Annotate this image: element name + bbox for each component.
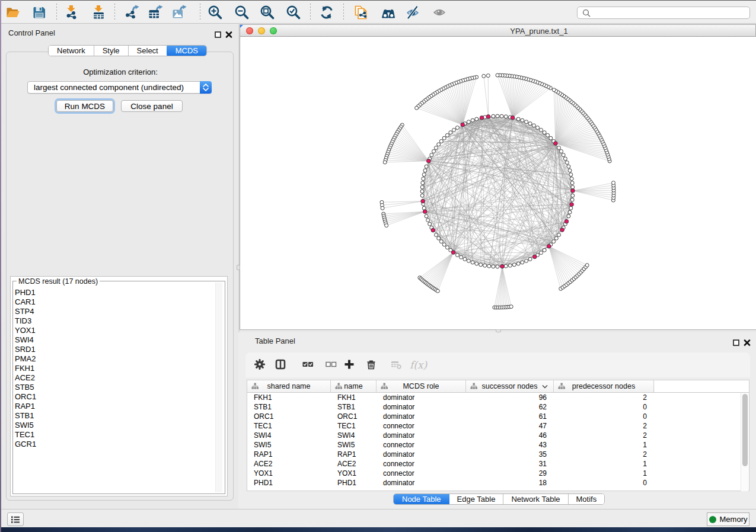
mcds-result-item[interactable]: STP4 (15, 307, 36, 316)
zoom-fit-icon[interactable] (260, 5, 275, 20)
mcds-result-item[interactable]: ACE2 (15, 373, 36, 383)
float-panel-icon[interactable] (733, 338, 739, 348)
export-network-icon[interactable] (124, 5, 139, 20)
table-row-YOX1[interactable]: YOX1YOX1connector291 (247, 469, 749, 478)
table-cell: 47 (511, 421, 547, 431)
column-header-label: successor nodes (466, 382, 553, 390)
tab-network[interactable]: Network (49, 46, 94, 56)
search-box[interactable] (577, 7, 750, 19)
node-table-header[interactable]: shared name name MCDS role successor nod… (247, 380, 749, 393)
mcds-result-item[interactable]: FKH1 (15, 364, 36, 373)
save-session-icon[interactable] (31, 5, 47, 20)
toolbar-separator (114, 4, 115, 21)
import-table-icon[interactable] (91, 5, 106, 20)
tab-network-table[interactable]: Network Table (503, 494, 568, 504)
tab-node-table[interactable]: Node Table (393, 493, 450, 505)
mcds-result-item[interactable]: GCR1 (15, 440, 36, 449)
trash-icon[interactable] (366, 359, 377, 372)
mcds-result-item[interactable]: STB5 (15, 383, 36, 392)
column-header-successor-nodes[interactable]: successor nodes (466, 380, 554, 392)
mcds-result-list[interactable]: PHD1CAR1STP4TID3YOX1SWI4SRD1PMA2FKH1ACE2… (15, 288, 36, 449)
table-cell: 0 (611, 478, 647, 488)
network-window-titlebar[interactable]: YPA_prune.txt_1 (240, 24, 756, 37)
table-row-SWI5[interactable]: SWI5SWI5connector431 (247, 440, 749, 450)
mcds-result-scrollbar[interactable] (215, 283, 222, 492)
network-canvas[interactable] (240, 37, 756, 330)
search-input[interactable] (593, 8, 744, 18)
hide-selected-icon[interactable] (406, 5, 422, 20)
open-file-icon[interactable] (5, 5, 21, 20)
import-network-icon[interactable] (64, 5, 79, 20)
tab-edge-table[interactable]: Edge Table (449, 494, 504, 504)
table-scrollbar[interactable] (741, 393, 748, 491)
show-all-icon[interactable] (432, 5, 448, 20)
mcds-result-item[interactable]: SRD1 (15, 345, 36, 354)
table-cell: RAP1 (254, 450, 272, 459)
table-scrollbar-thumb[interactable] (742, 394, 748, 466)
plus-icon[interactable] (344, 359, 355, 372)
clone-network-icon[interactable] (353, 5, 369, 20)
table-row-TEC1[interactable]: TEC1TEC1connector472 (247, 421, 749, 431)
sort-descending-icon (542, 384, 548, 389)
table-panel-tabs: Node TableEdge TableNetwork TableMotifs (393, 493, 605, 505)
table-row-RAP1[interactable]: RAP1RAP1dominator352 (247, 450, 749, 459)
column-header-shared-name[interactable]: shared name (247, 380, 331, 392)
tab-select[interactable]: Select (129, 46, 167, 56)
table-cell: STB1 (254, 402, 272, 412)
float-panel-icon[interactable] (215, 30, 221, 40)
table-cell: PHD1 (337, 478, 356, 488)
columns-icon[interactable] (275, 359, 286, 372)
column-header-label: name (331, 382, 376, 390)
table-cell: TEC1 (337, 421, 356, 431)
table-row-SWI4[interactable]: SWI4SWI4dominator462 (247, 431, 749, 440)
memory-button[interactable]: Memory (707, 512, 749, 526)
table-cell: PHD1 (254, 478, 273, 488)
column-header-MCDS-role[interactable]: MCDS role (377, 380, 466, 392)
column-header-name[interactable]: name (331, 380, 377, 392)
first-neighbors-icon[interactable] (381, 5, 396, 20)
mcds-result-item[interactable]: CAR1 (15, 297, 36, 307)
tab-mcds[interactable]: MCDS (167, 45, 207, 56)
mcds-result-item[interactable]: STB1 (15, 411, 36, 421)
table-cell: 0 (611, 412, 647, 421)
tab-style[interactable]: Style (94, 46, 129, 56)
table-cell: dominator (383, 431, 414, 440)
mcds-result-item[interactable]: TEC1 (15, 430, 36, 440)
column-header-predecessor-nodes[interactable]: predecessor nodes (554, 380, 654, 392)
zoom-in-icon[interactable] (208, 5, 223, 20)
check-pair-icon[interactable] (302, 359, 314, 372)
apply-layout-icon[interactable] (319, 5, 334, 20)
network-graph[interactable] (240, 37, 755, 329)
mcds-result-item[interactable]: PMA2 (15, 354, 36, 364)
tab-motifs[interactable]: Motifs (569, 494, 605, 504)
show-panels-button[interactable] (7, 512, 24, 526)
mcds-result-item[interactable]: SWI5 (15, 421, 36, 430)
table-row-STB1[interactable]: STB1STB1dominator620 (247, 402, 749, 412)
run-mcds-button[interactable]: Run MCDS (56, 100, 113, 112)
mcds-result-item[interactable]: TID3 (15, 316, 36, 326)
close-panel-icon[interactable] (744, 338, 751, 348)
criterion-dropdown[interactable]: largest connected component (undirected) (27, 81, 212, 94)
vertical-splitter-grip[interactable] (237, 265, 240, 270)
zoom-out-icon[interactable] (234, 5, 250, 20)
mcds-result-item[interactable]: ORC1 (15, 392, 36, 402)
mcds-result-item[interactable]: YOX1 (15, 326, 36, 335)
uncheck-pair-icon[interactable] (326, 359, 337, 372)
table-cell: ORC1 (254, 412, 273, 421)
table-row-ORC1[interactable]: ORC1ORC1dominator610 (247, 412, 749, 421)
zoom-selected-icon[interactable] (286, 5, 301, 20)
export-table-icon[interactable] (148, 5, 163, 20)
mcds-result-box: MCDS result (17 nodes) PHD1CAR1STP4TID3Y… (10, 276, 228, 496)
close-panel-icon[interactable] (225, 30, 232, 40)
table-row-PHD1[interactable]: PHD1PHD1dominator180 (247, 478, 749, 488)
mcds-result-item[interactable]: RAP1 (15, 402, 36, 411)
table-row-ACE2[interactable]: ACE2ACE2connector311 (247, 459, 749, 469)
table-row-FKH1[interactable]: FKH1FKH1dominator962 (247, 393, 749, 402)
table-panel: Table Panel f(x) shared name name MCDS r… (238, 332, 756, 509)
export-image-icon[interactable] (171, 5, 187, 20)
mcds-result-item[interactable]: PHD1 (15, 288, 36, 297)
gear-icon[interactable] (254, 359, 265, 372)
column-header-label: MCDS role (377, 382, 465, 390)
close-panel-button[interactable]: Close panel (121, 100, 183, 112)
mcds-result-item[interactable]: SWI4 (15, 335, 36, 345)
